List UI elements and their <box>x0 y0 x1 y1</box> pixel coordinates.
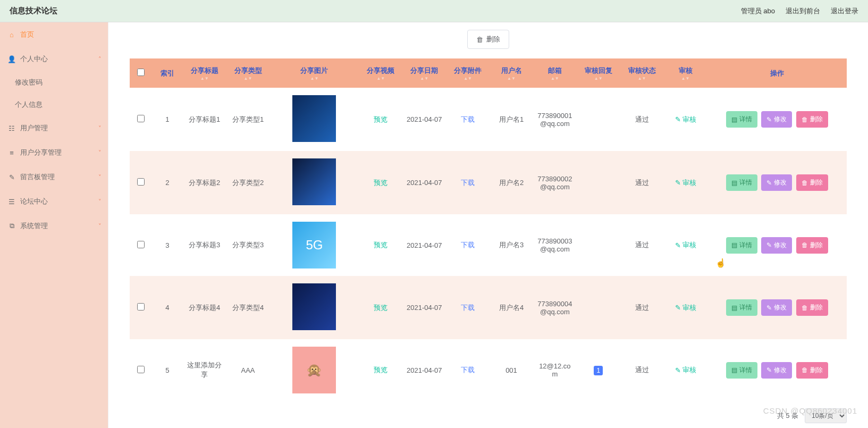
detail-button[interactable]: ▤详情 <box>726 111 757 128</box>
nav-home[interactable]: ⌂ 首页 <box>0 22 108 47</box>
page-size-select[interactable]: 10条/页 <box>805 408 847 423</box>
cell-status: 通过 <box>620 88 664 151</box>
cell-status: 通过 <box>620 214 664 276</box>
row-checkbox[interactable] <box>137 366 145 373</box>
delete-button[interactable]: 🗑删除 <box>796 362 828 379</box>
edit-icon: ✎ <box>675 304 681 312</box>
thumbnail-image[interactable] <box>292 95 336 142</box>
trash-icon: 🗑 <box>476 36 483 44</box>
col-status[interactable]: 审核状态▲▼ <box>620 58 664 88</box>
cell-type: 分享类型2 <box>226 151 270 214</box>
bulk-delete-button[interactable]: 🗑 删除 <box>467 30 509 49</box>
col-title[interactable]: 分享标题▲▼ <box>183 58 226 88</box>
table-row: 4 分享标题4 分享类型4 预览 2021-04-07 下载 用户名4 7738… <box>130 276 847 339</box>
nav-user-mgmt[interactable]: ☷ 用户管理 ˅ <box>0 116 108 140</box>
thumbnail-image[interactable] <box>292 283 336 330</box>
cell-mail: 773890003@qq.com <box>533 214 577 276</box>
delete-button[interactable]: 🗑删除 <box>796 174 828 191</box>
nav-personal-info[interactable]: 个人信息 <box>0 94 108 116</box>
chevron-down-icon: ˅ <box>98 198 102 205</box>
sort-icon: ▲▼ <box>449 77 486 80</box>
col-video[interactable]: 分享视频▲▼ <box>359 58 402 88</box>
nav-msgboard[interactable]: ✎ 留言板管理 ˅ <box>0 165 108 189</box>
detail-button[interactable]: ▤详情 <box>726 299 757 316</box>
home-icon: ⌂ <box>7 30 16 39</box>
delete-button[interactable]: 🗑删除 <box>796 111 828 128</box>
col-user[interactable]: 用户名▲▼ <box>490 58 533 88</box>
back-front-link[interactable]: 退出到前台 <box>786 6 820 16</box>
cell-date: 2021-04-07 <box>402 276 446 339</box>
col-index[interactable]: 索引 <box>152 58 183 88</box>
cell-image: 🙊 <box>269 339 359 401</box>
cell-title: 分享标题4 <box>183 276 226 339</box>
modify-button[interactable]: ✎修改 <box>761 174 792 191</box>
download-link[interactable]: 下载 <box>461 241 475 249</box>
admin-label[interactable]: 管理员 abo <box>741 6 775 16</box>
app-title: 信息技术论坛 <box>10 6 57 16</box>
cell-title: 这里添加分享 <box>183 339 226 401</box>
col-image[interactable]: 分享图片▲▼ <box>269 58 359 88</box>
download-link[interactable]: 下载 <box>461 179 475 187</box>
row-checkbox[interactable] <box>137 241 145 248</box>
preview-link[interactable]: 预览 <box>374 115 387 123</box>
preview-link[interactable]: 预览 <box>374 241 387 249</box>
thumbnail-image[interactable]: 5G <box>292 222 336 268</box>
cell-type: 分享类型4 <box>226 276 270 339</box>
audit-link[interactable]: ✎审核 <box>675 178 696 188</box>
modify-button[interactable]: ✎修改 <box>761 362 792 379</box>
preview-link[interactable]: 预览 <box>374 179 387 187</box>
cell-status: 通过 <box>620 276 664 339</box>
cell-ops: ▤详情 ✎修改 🗑删除 <box>707 151 847 214</box>
list-icon: ≡ <box>7 148 16 157</box>
nav-system[interactable]: ⧉ 系统管理 ˅ <box>0 214 108 238</box>
detail-button[interactable]: ▤详情 <box>726 174 757 191</box>
col-checkbox <box>130 58 152 88</box>
col-type[interactable]: 分享类型▲▼ <box>226 58 270 88</box>
trash-icon: 🗑 <box>802 241 808 249</box>
cell-user: 用户名4 <box>490 276 533 339</box>
col-mail[interactable]: 邮箱▲▼ <box>533 58 577 88</box>
cell-type: 分享类型3 <box>226 214 270 276</box>
logout-link[interactable]: 退出登录 <box>831 6 858 16</box>
nav-personal[interactable]: 👤 个人中心 ˄ <box>0 47 108 71</box>
download-link[interactable]: 下载 <box>461 115 475 123</box>
audit-link[interactable]: ✎审核 <box>675 365 696 375</box>
audit-link[interactable]: ✎审核 <box>675 303 696 313</box>
nav-share-mgmt[interactable]: ≡ 用户分享管理 ˅ <box>0 140 108 165</box>
users-icon: ☷ <box>7 124 16 132</box>
col-date[interactable]: 分享日期▲▼ <box>402 58 446 88</box>
nav-forum[interactable]: ☰ 论坛中心 ˅ <box>0 189 108 214</box>
edit-icon: ✎ <box>675 366 681 374</box>
cell-status: 通过 <box>620 151 664 214</box>
select-all-checkbox[interactable] <box>137 69 145 76</box>
row-checkbox[interactable] <box>137 178 145 186</box>
chevron-down-icon: ˅ <box>98 174 102 181</box>
modify-button[interactable]: ✎修改 <box>761 237 792 254</box>
audit-link[interactable]: ✎审核 <box>675 240 696 250</box>
col-audit[interactable]: 审核▲▼ <box>664 58 707 88</box>
preview-link[interactable]: 预览 <box>374 366 387 374</box>
cell-user: 用户名1 <box>490 88 533 151</box>
col-reply[interactable]: 审核回复▲▼ <box>577 58 620 88</box>
edit-icon: ✎ <box>675 179 681 187</box>
col-file[interactable]: 分享附件▲▼ <box>446 58 490 88</box>
row-checkbox[interactable] <box>137 115 145 122</box>
download-link[interactable]: 下载 <box>461 366 475 374</box>
share-table: 索引 分享标题▲▼ 分享类型▲▼ 分享图片▲▼ 分享视频▲▼ 分享日期▲▼ 分享… <box>130 58 847 401</box>
audit-link[interactable]: ✎审核 <box>675 115 696 124</box>
thumbnail-image[interactable] <box>292 158 336 205</box>
cell-image <box>269 151 359 214</box>
download-link[interactable]: 下载 <box>461 304 475 312</box>
row-checkbox[interactable] <box>137 303 145 310</box>
detail-button[interactable]: ▤详情 <box>726 237 757 254</box>
modify-button[interactable]: ✎修改 <box>761 111 792 128</box>
detail-button[interactable]: ▤详情 <box>726 362 757 379</box>
sort-icon: ▲▼ <box>186 77 223 80</box>
nav-change-password[interactable]: 修改密码 <box>0 71 108 94</box>
modify-button[interactable]: ✎修改 <box>761 299 792 316</box>
preview-link[interactable]: 预览 <box>374 304 387 312</box>
delete-button[interactable]: 🗑删除 <box>796 299 828 316</box>
delete-button[interactable]: 🗑删除 <box>796 237 828 254</box>
sidebar: ⌂ 首页 👤 个人中心 ˄ 修改密码 个人信息 ☷ 用户管理 ˅ ≡ 用户分享管… <box>0 22 108 428</box>
thumbnail-image[interactable]: 🙊 <box>292 347 336 393</box>
